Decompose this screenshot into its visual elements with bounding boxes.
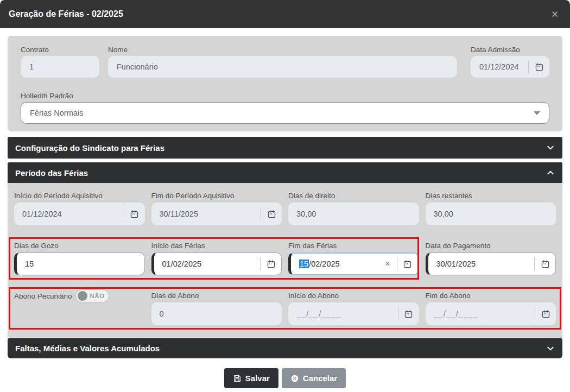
abono-start-label: Início do Abono [288, 290, 419, 300]
calendar-icon[interactable] [261, 260, 281, 269]
vacation-end-label: Fim das Férias [288, 241, 419, 250]
calendar-icon[interactable] [535, 260, 555, 269]
abono-label: Abono Pecuniário [14, 292, 72, 300]
abono-end-label: Fim do Abono [426, 290, 556, 300]
vacation-days-label: Dias de Gozo [14, 241, 145, 250]
floppy-disk-icon [233, 374, 242, 383]
admission-date-field-group: Data Admissão 01/12/2024 [471, 46, 549, 78]
acquisition-start-field-group: Início do Período Aquisitivo 01/12/2024 [14, 191, 145, 225]
hollerith-selected-value: Férias Normais [21, 109, 534, 117]
acquisition-end-field-group: Fim do Período Aquisitivo 30/11/2025 [151, 191, 282, 225]
calendar-icon [529, 62, 549, 72]
abono-days-field-group: Dias de Abono 0 [151, 290, 282, 325]
chevron-down-icon [546, 143, 555, 152]
periodo-ferias-content: Início do Período Aquisitivo 01/12/2024 … [8, 183, 562, 338]
toggle-knob [78, 291, 87, 301]
hollerith-label: Hollerith Padrão [21, 92, 549, 100]
clear-icon[interactable]: × [378, 259, 396, 269]
accordion-sindicato-label: Configuração do Sindicato para Férias [15, 143, 164, 153]
close-icon[interactable]: × [548, 7, 561, 22]
cancel-button[interactable]: Cancelar [282, 368, 346, 388]
entitled-days-field-group: Dias de direito 30,00 [288, 191, 419, 225]
vacation-days-field-group: Dias de Gozo 15 [14, 241, 145, 275]
vacation-start-label: Início das Férias [151, 241, 282, 250]
vacation-start-input[interactable]: 01/02/2025 [151, 252, 282, 275]
abono-start-input: __/__/____ [288, 302, 419, 325]
remaining-days-label: Dias restantes [426, 191, 556, 200]
calendar-icon [124, 210, 145, 219]
contract-input: 1 [21, 56, 99, 78]
contract-value: 1 [21, 62, 99, 71]
name-value: Funcionário [108, 62, 457, 71]
accordion-periodo-ferias[interactable]: Período das Férias [8, 162, 562, 183]
toggle-state-text: NÃO [90, 293, 105, 299]
payment-date-input[interactable]: 30/01/2025 [426, 252, 556, 275]
modal-header: Geração de Férias - 02/2025 × [0, 0, 570, 28]
save-button[interactable]: Salvar [224, 368, 278, 388]
name-field-group: Nome Funcionário [108, 46, 457, 78]
abono-days-label: Dias de Abono [151, 290, 282, 300]
acquisition-start-input: 01/12/2024 [14, 203, 145, 225]
contract-field-group: Contrato 1 [21, 46, 99, 78]
calendar-icon [261, 210, 282, 219]
name-input: Funcionário [108, 56, 457, 78]
acquisition-end-input: 30/11/2025 [151, 203, 282, 225]
accordion-faltas-label: Faltas, Médias e Valores Acumulados [15, 344, 160, 353]
admission-date-input: 01/12/2024 [471, 56, 549, 78]
hollerith-field-group: Hollerith Padrão Férias Normais [21, 92, 549, 124]
calendar-icon [398, 309, 419, 319]
abono-end-field-group: Fim do Abono __/__/____ [426, 290, 556, 325]
chevron-down-icon [546, 344, 555, 353]
vacation-days-input[interactable]: 15 [14, 252, 145, 275]
modal-title: Geração de Férias - 02/2025 [9, 9, 123, 19]
entitled-days-label: Dias de direito [288, 191, 419, 200]
hollerith-select[interactable]: Férias Normais [21, 102, 549, 124]
vacation-generation-modal: Geração de Férias - 02/2025 × Contrato 1… [0, 0, 570, 392]
modal-footer: Salvar Cancelar [0, 368, 570, 388]
remaining-days-field-group: Dias restantes 30,00 [426, 191, 556, 225]
vacation-end-field-group: Fim das Férias 15/02/2025 × [288, 241, 419, 275]
entitled-days-input: 30,00 [288, 203, 419, 225]
name-label: Nome [108, 46, 457, 54]
remaining-days-input: 30,00 [426, 203, 556, 225]
vacation-end-input[interactable]: 15/02/2025 × [288, 252, 419, 275]
selected-text: 15 [299, 260, 309, 268]
contract-label: Contrato [21, 46, 99, 54]
acquisition-end-label: Fim do Período Aquisitivo [151, 191, 282, 200]
accordion-periodo-label: Período das Férias [15, 168, 88, 178]
payment-date-field-group: Data do Pagamento 30/01/2025 [426, 241, 556, 275]
payment-date-label: Data do Pagamento [426, 241, 556, 250]
abono-toggle[interactable]: NÃO [75, 289, 109, 302]
admission-date-value: 01/12/2024 [471, 62, 528, 71]
employee-info-panel: Contrato 1 Nome Funcionário Data Admissã… [8, 36, 562, 131]
accordion-faltas-medias[interactable]: Faltas, Médias e Valores Acumulados [8, 338, 562, 358]
abono-toggle-group: Abono Pecuniário NÃO [14, 290, 145, 325]
abono-end-input: __/__/____ [426, 302, 556, 325]
calendar-icon[interactable] [397, 260, 418, 269]
vacation-start-field-group: Início das Férias 01/02/2025 [151, 241, 282, 275]
accordion-sindicato-config[interactable]: Configuração do Sindicato para Férias [8, 137, 562, 159]
chevron-down-icon [534, 111, 540, 115]
abono-start-field-group: Início do Abono __/__/____ [288, 290, 419, 325]
cancel-circle-icon [290, 374, 299, 383]
abono-days-input: 0 [151, 302, 282, 325]
chevron-up-icon [546, 168, 555, 177]
admission-date-label: Data Admissão [471, 46, 549, 54]
acquisition-start-label: Início do Período Aquisitivo [14, 191, 145, 200]
calendar-icon [535, 309, 556, 319]
